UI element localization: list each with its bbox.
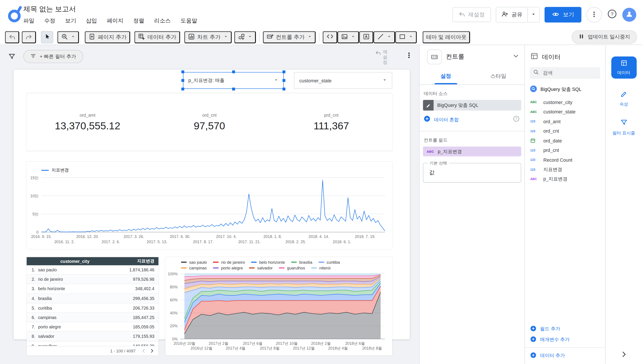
tab-style[interactable]: 스타일	[472, 68, 524, 84]
canvas-reset-button[interactable]: 재설정	[375, 49, 397, 65]
table-row[interactable]: 2.rio de janeiro979,526.98	[27, 275, 158, 284]
table-row[interactable]: 1.sao paulo1,874,186.46	[27, 265, 158, 275]
selection-handle[interactable]	[282, 70, 286, 73]
add-chart-button[interactable]: 차트 추가	[184, 31, 232, 43]
x-tick-label: 2016. 12. 20.	[76, 234, 99, 239]
pause-updates-button[interactable]: 업데이트 일시중지	[572, 30, 637, 44]
quick-filter-add-button[interactable]: + 빠른 필터 추가	[24, 50, 83, 63]
menu-item[interactable]: 도움말	[180, 17, 197, 25]
table-row[interactable]: 5.curitiba206,726.33	[27, 303, 158, 313]
selection-handle[interactable]	[282, 79, 286, 82]
menu-item[interactable]: 수정	[44, 17, 55, 25]
tab-setup[interactable]: 설정	[420, 68, 472, 84]
add-image-button[interactable]	[338, 31, 359, 43]
page-previous-button[interactable]	[140, 347, 148, 355]
more-options-button[interactable]	[586, 7, 602, 22]
menu-item[interactable]: 정렬	[133, 17, 144, 25]
data-source-row[interactable]: BigQuery 맞춤 SQL	[530, 85, 600, 93]
menu-item[interactable]: 페이지	[107, 17, 124, 25]
add-field-button[interactable]: 필드 추가	[525, 323, 605, 334]
share-dropdown-button[interactable]	[527, 8, 539, 22]
report-title[interactable]: 제목 없는 보고서	[24, 4, 76, 14]
chevron-down-icon[interactable]	[512, 52, 520, 62]
add-control-button[interactable]: 컨트롤 추가	[263, 31, 316, 43]
field-item[interactable]: 123ord_amt	[525, 117, 605, 126]
default-selection-input[interactable]: 기본 선택 값	[423, 163, 522, 183]
filter-funnel-icon[interactable]	[8, 53, 16, 62]
selection-handle[interactable]	[181, 79, 184, 82]
avatar[interactable]	[622, 8, 636, 22]
selection-handle[interactable]	[282, 88, 286, 90]
field-item[interactable]: 123Record Count	[525, 155, 605, 165]
control-field-chip[interactable]: ABC p_지표변경	[423, 146, 522, 156]
help-button[interactable]: ?	[607, 10, 618, 20]
data-source-chip[interactable]: BigQuery 맞춤 SQL	[423, 100, 522, 110]
table-row[interactable]: 6.campinas185,447.25	[27, 313, 158, 322]
search-input[interactable]	[542, 70, 597, 76]
field-search[interactable]	[530, 67, 600, 78]
field-item[interactable]: 123prd_cnt	[525, 146, 605, 155]
zoom-tool-button[interactable]	[57, 31, 79, 43]
undo-button[interactable]	[5, 31, 19, 43]
city-cell: belo horizonte	[38, 286, 116, 291]
add-data-button[interactable]: 데이터 추가	[134, 31, 180, 43]
share-button[interactable]: 공유	[496, 8, 527, 22]
rail-item-filter-bar[interactable]: 필터 표시줄	[606, 119, 642, 136]
community-visualizations-button[interactable]	[234, 31, 256, 43]
field-item[interactable]: 123지표변경	[525, 165, 605, 174]
field-item[interactable]: ABCcustomer_state	[525, 107, 605, 117]
timeseries-chart-card[interactable]: 지표변경 05만10만15만2016. 9. 15.2016. 11. 2.20…	[27, 162, 392, 249]
stacked-area-chart-card[interactable]: sao paulorio de janeirobelo horizontebra…	[166, 257, 392, 356]
control-type-icon[interactable]	[427, 50, 442, 64]
add-shape-button[interactable]	[395, 31, 417, 43]
selection-handle[interactable]	[232, 70, 235, 73]
table-row[interactable]: 4.brasilia299,456.35	[27, 294, 158, 303]
menu-item[interactable]: 보기	[65, 17, 76, 25]
redo-button[interactable]	[22, 31, 36, 43]
field-item[interactable]: ord_date	[525, 136, 605, 146]
pencil-icon[interactable]	[423, 100, 434, 110]
selection-handle[interactable]	[181, 70, 184, 73]
table-row[interactable]: 7.porto alegre185,059.05	[27, 322, 158, 332]
x-tick-label: 2017. 3. 26.	[124, 234, 144, 239]
help-circle-icon[interactable]: ?	[513, 115, 520, 124]
canvas-more-options-button[interactable]	[405, 52, 413, 60]
add-parameter-button[interactable]: 매개변수 추가	[525, 334, 605, 345]
y-tick-label: 0%	[172, 337, 178, 341]
field-item[interactable]: ABCp_지표변경	[525, 174, 605, 184]
page-next-button[interactable]	[148, 347, 156, 355]
selection-handle[interactable]	[232, 88, 235, 90]
looker-studio-logo-icon[interactable]	[6, 5, 23, 24]
field-item[interactable]: ABCcustomer_city	[525, 98, 605, 107]
x-tick-label: 2017년 2월	[209, 341, 228, 346]
add-page-button[interactable]: 페이지 추가	[85, 31, 130, 43]
menu-item[interactable]: 파일	[24, 17, 34, 25]
scorecard-card[interactable]: ord_amt13,370,555.12ord_cnt97,570prd_cnt…	[27, 93, 392, 150]
control-dropdown-metric[interactable]: p_지표변경: 매출	[183, 72, 284, 89]
menu-bar: 파일수정보기삽입페이지정렬리소스도움말	[24, 17, 197, 25]
metric-label: ord_amt	[80, 112, 96, 117]
blend-data-button[interactable]: 데이터 혼합	[434, 116, 459, 122]
selection-handle[interactable]	[181, 88, 184, 90]
x-tick-label: 2017년 8월	[260, 346, 280, 350]
add-page-label: 페이지 추가	[98, 34, 127, 41]
table-row[interactable]: 3.belo horizonte348,402.4	[27, 284, 158, 294]
select-tool-button[interactable]	[41, 31, 53, 43]
field-item[interactable]: 123ord_cnt	[525, 126, 605, 136]
menu-item[interactable]: 삽입	[86, 17, 97, 25]
view-button[interactable]: 보기	[544, 7, 582, 22]
table-row[interactable]: 8.salvador179,155.93	[27, 332, 158, 341]
city-table-card[interactable]: customer_city 지표변경 1.sao paulo1,874,186.…	[27, 257, 158, 356]
table-row[interactable]: 9.guarulhos140,556.29	[27, 341, 158, 346]
add-data-button[interactable]: 데이터 추가	[525, 350, 605, 361]
add-text-button[interactable]	[359, 31, 374, 43]
theme-layout-button[interactable]: 테마 및 레이아웃	[422, 31, 470, 43]
rail-item-properties[interactable]: 속성	[606, 90, 642, 107]
reset-button[interactable]: 재설정	[452, 8, 491, 22]
add-line-button[interactable]	[374, 31, 395, 43]
menu-item[interactable]: 리소스	[154, 17, 171, 25]
embed-url-button[interactable]	[323, 31, 338, 43]
control-dropdown-customer-state[interactable]: customer_state	[294, 72, 392, 89]
collapse-panel-button[interactable]	[606, 350, 642, 358]
rail-item-data[interactable]: 데이터	[611, 56, 636, 79]
